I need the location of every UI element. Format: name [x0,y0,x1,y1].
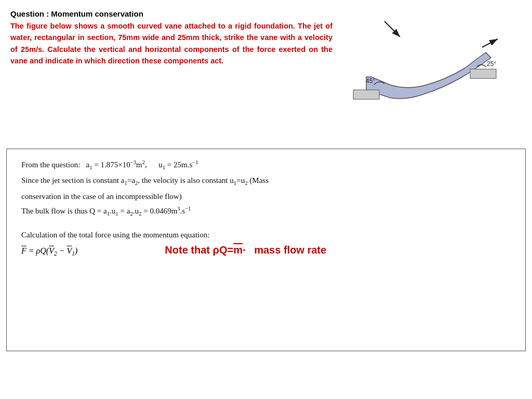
diagram-area: 45° 25° [338,15,514,139]
question-title: Question : Momentum conservation [10,9,332,18]
force-formula: F = ρQ(V2 − V1) [21,246,77,257]
svg-line-7 [482,39,498,47]
svg-rect-3 [353,90,379,99]
svg-text:25°: 25° [487,60,496,68]
svg-text:45°: 45° [366,77,375,85]
svg-rect-4 [470,69,496,78]
note-text: Note that ρQ=m· mass flow rate [165,244,326,256]
solution-line-5: Calculation of the total force using the… [21,229,511,241]
top-section: Question : Momentum conservation The fig… [0,0,532,144]
solution-line-3: conservation in the case of an incompres… [21,190,511,203]
question-body: The figure below shows a smooth curved v… [10,20,332,67]
question-text: Question : Momentum conservation The fig… [10,9,332,139]
solution-line-2: Since the jet section is constant a1=a2,… [21,174,511,188]
solution-section: From the question: a1 = 1.875×10−3m2, u1… [6,149,526,351]
solution-line-4: The bulk flow is thus Q = a1.u1 = a2.u2 … [21,205,511,218]
vane-diagram: 45° 25° [338,15,504,129]
solution-line-1: From the question: a1 = 1.875×10−3m2, u1… [21,158,511,172]
svg-line-2 [384,21,400,37]
solution-line-6: F = ρQ(V2 − V1) Note that ρQ=m· mass flo… [21,243,511,257]
